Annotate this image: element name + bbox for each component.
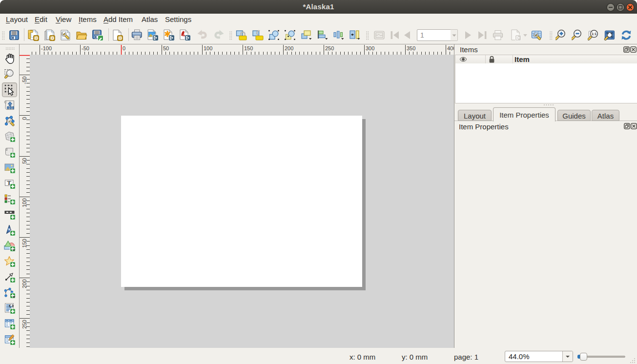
svg-text:150: 150 xyxy=(244,45,253,51)
svg-text:400: 400 xyxy=(447,45,454,51)
svg-text:-50: -50 xyxy=(82,45,89,51)
svg-text:1:1: 1:1 xyxy=(592,32,596,36)
svg-text:-100: -100 xyxy=(41,45,52,51)
svg-text:250: 250 xyxy=(21,320,27,329)
svg-text:350: 350 xyxy=(407,45,415,51)
svg-text:N: N xyxy=(8,228,10,231)
svg-text:250: 250 xyxy=(325,45,334,51)
svg-text:100: 100 xyxy=(21,199,27,207)
svg-text:0: 0 xyxy=(123,45,125,51)
svg-text:300: 300 xyxy=(366,45,374,51)
svg-text:200: 200 xyxy=(285,45,293,51)
svg-text:50: 50 xyxy=(163,45,169,51)
svg-text:50: 50 xyxy=(21,158,27,164)
svg-text:200: 200 xyxy=(21,280,27,288)
svg-text:-50: -50 xyxy=(21,77,27,84)
svg-text:100: 100 xyxy=(204,45,212,51)
svg-text:150: 150 xyxy=(21,239,27,248)
svg-text:0: 0 xyxy=(21,117,27,120)
